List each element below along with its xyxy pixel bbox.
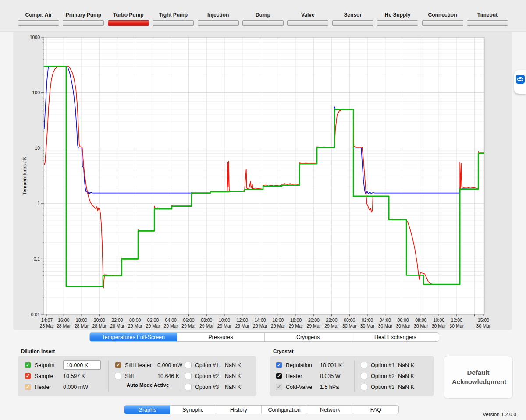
x-tick-time: 00:00 xyxy=(129,318,141,323)
cryostat-option-3-checkbox[interactable] xyxy=(361,384,367,390)
cryostat-heater-checkbox[interactable]: ✓ xyxy=(276,373,282,379)
x-tick-time: 12:00 xyxy=(451,318,462,323)
check-icon: ✓ xyxy=(277,374,281,378)
option-1-checkbox[interactable] xyxy=(185,362,192,368)
sample-checkbox[interactable]: ✓ xyxy=(25,373,31,379)
dilution-col-3: Option #1 NaN K Option #2 NaN K Option #… xyxy=(185,360,241,393)
heater-checkbox[interactable]: ✓ xyxy=(25,384,31,390)
remote-access-edge-tab[interactable] xyxy=(514,70,526,94)
cryostat-option-1-row: Option #1 NaN K xyxy=(361,360,414,370)
setpoint-input[interactable] xyxy=(63,360,101,370)
check-icon: ✓ xyxy=(277,363,281,367)
check-icon: ✓ xyxy=(26,385,30,389)
setpoint-checkbox[interactable]: ✓ xyxy=(25,362,31,368)
panel-divider xyxy=(179,360,179,392)
tab-temperatures-full-screen[interactable]: Temperatures Full-Screen xyxy=(90,333,177,341)
y-tick-label: 1 xyxy=(37,201,40,206)
sample-row: ✓ Sample 10.597 K xyxy=(25,371,101,381)
x-tick-date: 30 Mar xyxy=(476,323,491,328)
cold-valve-checkbox[interactable]: ✓ xyxy=(276,384,282,390)
indicator-lamp xyxy=(198,20,239,26)
indicator-lamp xyxy=(63,20,104,26)
cryostat-option-2-checkbox[interactable] xyxy=(361,373,367,379)
tab-history[interactable]: History xyxy=(216,406,262,414)
y-tick-label: 100 xyxy=(32,90,40,95)
dilution-col-2: ✓ Still Heater 0.000 mW Still 10.646 K A… xyxy=(115,360,182,388)
indicator-lamp xyxy=(153,20,194,26)
x-tick-time: 04:00 xyxy=(165,318,177,323)
y-tick-label: 1000 xyxy=(30,35,40,40)
indicator-label: Injection xyxy=(207,12,229,18)
x-tick-time: 00:00 xyxy=(344,318,355,323)
cryostat-option-1-label: Option #1 xyxy=(371,362,398,368)
x-tick-time: 08:00 xyxy=(201,318,212,323)
x-tick-time: 20:00 xyxy=(94,318,105,323)
cryostat-option-1-value: NaN K xyxy=(398,362,414,368)
still-row: Still 10.646 K xyxy=(115,371,182,381)
dilution-insert-title: Dilution Insert xyxy=(21,349,55,354)
indicator-label: Compr. Air xyxy=(25,12,52,18)
still-heater-label: Still Heater xyxy=(125,362,157,368)
x-tick-time: 04:00 xyxy=(380,318,391,323)
x-tick-time: 10:00 xyxy=(433,318,444,323)
tab-graphs[interactable]: Graphs xyxy=(124,406,170,414)
indicator-label: Valve xyxy=(301,12,315,18)
cryostat-heater-row: ✓ Heater 0.035 W xyxy=(276,371,342,381)
cryostat-option-2-label: Option #2 xyxy=(371,373,398,379)
x-tick-time: 18:00 xyxy=(76,318,87,323)
tab-network[interactable]: Network xyxy=(307,406,353,414)
tab-synoptic[interactable]: Synoptic xyxy=(170,406,216,414)
x-tick-time: 10:00 xyxy=(219,318,230,323)
sample-label: Sample xyxy=(35,373,63,379)
x-tick-date: 29 Mar xyxy=(324,323,339,328)
still-label: Still xyxy=(125,373,157,379)
option-1-label: Option #1 xyxy=(195,362,225,368)
x-tick-date: 29 Mar xyxy=(217,323,232,328)
x-tick-date: 30 Mar xyxy=(378,323,392,328)
x-tick-date: 29 Mar xyxy=(289,323,303,328)
indicator-label: Timeout xyxy=(477,12,498,18)
x-tick-date: 28 Mar xyxy=(92,323,107,328)
option-3-checkbox[interactable] xyxy=(185,384,192,390)
cryostat-option-1-checkbox[interactable] xyxy=(361,362,367,368)
still-checkbox[interactable] xyxy=(115,373,121,379)
cryostat-heater-value: 0.035 W xyxy=(320,373,341,379)
indicator-lamp xyxy=(332,20,373,26)
cryostat-title: Cryostat xyxy=(273,349,294,354)
still-heater-checkbox[interactable]: ✓ xyxy=(115,362,121,368)
indicator-connection: Connection xyxy=(422,12,464,26)
tab-pressures[interactable]: Pressures xyxy=(177,333,264,341)
tab-heat-exchangers[interactable]: Heat Exchangers xyxy=(352,333,439,341)
x-tick-date: 30 Mar xyxy=(449,323,464,328)
setpoint-label: Setpoint xyxy=(35,362,63,368)
cryostat-option-3-row: Option #3 NaN K xyxy=(361,382,414,392)
regulation-checkbox[interactable]: ✓ xyxy=(276,362,282,368)
tab-cryogens[interactable]: Cryogens xyxy=(265,333,352,341)
x-tick-date: 30 Mar xyxy=(414,323,428,328)
x-tick-date: 29 Mar xyxy=(271,323,285,328)
temperature-chart-panel: 10001001010.10.0114:0728 Mar16:0028 Mar1… xyxy=(13,32,512,330)
version-label: Version 1.2.0.0 xyxy=(483,412,516,417)
indicator-injection: Injection xyxy=(197,12,239,26)
check-icon: ✓ xyxy=(26,363,30,367)
option-2-row: Option #2 NaN K xyxy=(185,371,241,381)
cryostat-col-2: Option #1 NaN K Option #2 NaN K Option #… xyxy=(361,360,414,393)
option-2-checkbox[interactable] xyxy=(185,373,192,379)
x-tick-date: 29 Mar xyxy=(128,323,142,328)
still-heater-row: ✓ Still Heater 0.000 mW xyxy=(115,360,182,370)
tab-faq[interactable]: FAQ xyxy=(353,406,398,414)
dilution-insert-panel: ✓ Setpoint ✓ Sample 10.597 K ✓ Heater 0.… xyxy=(18,356,256,396)
cryostat-col-1: ✓ Regulation 10.001 K ✓ Heater 0.035 W ✓… xyxy=(276,360,342,393)
y-tick-label: 0.1 xyxy=(33,256,40,261)
still-value: 10.646 K xyxy=(157,373,179,379)
tab-configuration[interactable]: Configuration xyxy=(262,406,307,414)
option-1-value: NaN K xyxy=(225,362,241,368)
heater-value: 0.000 mW xyxy=(63,384,88,390)
y-axis-label: Temperatures / K xyxy=(22,156,27,195)
option-3-value: NaN K xyxy=(225,384,241,390)
default-acknowledgment-button[interactable]: Default Acknowledgment xyxy=(444,356,513,399)
temperature-chart: 10001001010.10.0114:0728 Mar16:0028 Mar1… xyxy=(13,32,512,330)
indicator-lamp xyxy=(422,20,463,26)
panel-divider xyxy=(108,360,109,392)
auto-mode-status: Auto Mode Active xyxy=(115,382,181,388)
